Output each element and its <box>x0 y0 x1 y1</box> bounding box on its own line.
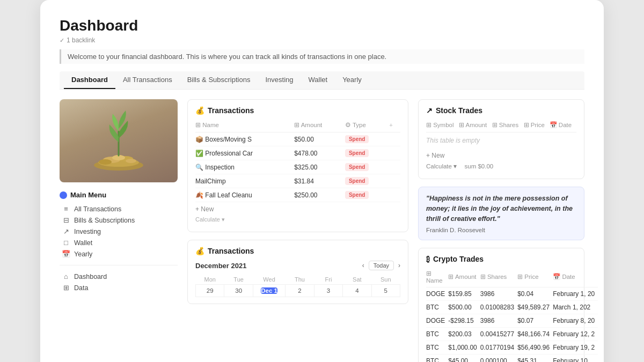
cal-day-sat: Sat <box>343 275 371 285</box>
crypto-shares: 0.01770194 <box>480 341 517 354</box>
nav-item-bills[interactable]: Bills & Subscriptions <box>180 71 258 89</box>
sidebar-item-investing[interactable]: ↗ Investing <box>60 226 178 237</box>
sidebar-item-yearly[interactable]: 📅 Yearly <box>60 248 178 260</box>
crypto-price: $0.04 <box>517 287 553 301</box>
cal-day-tue: Tue <box>224 275 253 285</box>
cal-cell[interactable]: 2 <box>286 285 314 297</box>
crypto-row: BTC $500.00 0.01008283 $49,589.27 March … <box>426 301 598 314</box>
nav-item-wallet[interactable]: Wallet <box>301 71 335 89</box>
crypto-date: February 8, 20 <box>553 314 598 328</box>
spend-badge: Spend <box>345 149 369 157</box>
sidebar-item-wallet[interactable]: □ Wallet <box>60 237 178 248</box>
crypto-shares: 0.01008283 <box>480 301 517 314</box>
crypto-shares: 3986 <box>480 314 517 328</box>
cal-today-button[interactable]: Today <box>369 261 394 270</box>
cal-day-sun: Sun <box>371 275 400 285</box>
cal-day-thu: Thu <box>286 275 314 285</box>
cal-week-row: 29 30 Dec 1 2 3 4 5 <box>196 285 400 297</box>
sidebar-item-bills[interactable]: ⊟ Bills & Subscriptions <box>60 215 178 226</box>
crypto-price: $49,589.27 <box>517 301 553 314</box>
crypto-amount: $1,000.00 <box>448 341 480 354</box>
calendar-title: 💰 Transactions <box>195 247 400 255</box>
data-icon: ⊞ <box>62 284 70 292</box>
transactions-icon: 💰 <box>195 106 204 115</box>
tx-amount: $325.00 <box>294 160 345 174</box>
nav-item-dashboard[interactable]: Dashboard <box>64 71 115 89</box>
crypto-table: ⊞ Name ⊞ Amount ⊞ Shares ⊞ Price 📅 Date … <box>426 269 598 362</box>
tx-type: Spend <box>345 188 389 202</box>
cal-cell[interactable]: 4 <box>343 285 371 297</box>
quote-text: "Happiness is not in the mere possession… <box>426 194 576 224</box>
right-column: ↗ Stock Trades ⊞ Symbol ⊞ Amount ⊞ Share… <box>418 99 584 362</box>
nav-item-all-transactions[interactable]: All Transactions <box>115 71 180 89</box>
cal-next-btn[interactable]: › <box>398 262 400 269</box>
stock-col-amount: ⊞ Amount <box>459 120 492 132</box>
crypto-trades-block: ₿ Crypto Trades ⊞ Name ⊞ Amount ⊞ Shares… <box>418 248 584 362</box>
sidebar-item-all-transactions[interactable]: ≡ All Transactions <box>60 203 178 215</box>
spend-badge: Spend <box>345 163 369 171</box>
nav-item-yearly[interactable]: Yearly <box>335 71 369 89</box>
middle-column: 💰 Transactions ⊞ Name ⊞ Amount ⚙ Type + <box>187 99 408 362</box>
backlink-label: 1 backlink <box>67 36 95 44</box>
sidebar-label-investing: Investing <box>74 228 101 235</box>
calendar-block: 💰 Transactions December 2021 ‹ Today › <box>187 240 408 304</box>
stock-col-symbol: ⊞ Symbol <box>426 120 459 132</box>
spend-badge: Spend <box>345 177 369 185</box>
crypto-shares: 0.00415277 <box>480 328 517 341</box>
table-row: 🔍 Inspection $325.00 Spend <box>195 160 400 174</box>
hero-image-bg <box>60 99 178 182</box>
menu-header-label: Main Menu <box>70 191 106 199</box>
cal-cell[interactable]: 29 <box>196 285 224 297</box>
transactions-title-label: Transactions <box>208 106 254 115</box>
cal-cell[interactable]: 30 <box>224 285 253 297</box>
menu-section: Main Menu ≡ All Transactions ⊟ Bills & S… <box>60 191 178 293</box>
crypto-price: $48,166.74 <box>517 328 553 341</box>
stock-sum-label: sum $0.00 <box>465 163 494 169</box>
cal-nav: ‹ Today › <box>362 261 400 270</box>
investing-icon: ↗ <box>62 227 70 235</box>
tx-amount: $478.00 <box>294 146 345 160</box>
transactions-calc[interactable]: Calculate ▾ <box>195 214 400 225</box>
sidebar-label-data: Data <box>74 284 88 292</box>
calendar-header: December 2021 ‹ Today › <box>195 261 400 270</box>
table-row: 📦 Boxes/Moving S $50.00 Spend <box>195 132 400 146</box>
crypto-name: BTC <box>426 354 448 362</box>
col-header-amount: ⊞ Amount <box>294 120 345 132</box>
page-title: Dashboard <box>60 17 584 34</box>
calc-label[interactable]: Calculate ▾ <box>195 216 225 223</box>
transactions-table: ⊞ Name ⊞ Amount ⚙ Type + 📦 Boxes/Moving … <box>195 120 400 202</box>
cal-prev-btn[interactable]: ‹ <box>362 262 364 269</box>
tx-amount: $31.84 <box>294 174 345 188</box>
backlink[interactable]: ✓ 1 backlink <box>60 36 584 44</box>
yearly-icon: 📅 <box>62 250 70 258</box>
plant-illustration <box>89 102 148 172</box>
tx-name: 🔍 Inspection <box>195 160 294 174</box>
cal-day-mon: Mon <box>196 275 224 285</box>
cal-cell[interactable]: 5 <box>371 285 400 297</box>
crypto-name: BTC <box>426 328 448 341</box>
quote-block: "Happiness is not in the mere possession… <box>418 187 584 240</box>
stock-calc-label[interactable]: Calculate ▾ <box>426 162 457 170</box>
wallet-icon: □ <box>62 239 70 247</box>
stock-add-row[interactable]: + New <box>426 149 576 160</box>
crypto-col-price: ⊞ Price <box>517 269 553 287</box>
stock-icon: ↗ <box>426 106 433 115</box>
cal-month-label: December 2021 <box>195 262 246 270</box>
stock-col-date: 📅 Date <box>550 120 576 132</box>
intro-text: Welcome to your financial dashboard. Thi… <box>60 49 584 64</box>
cal-cell[interactable]: 3 <box>314 285 342 297</box>
transactions-add-row[interactable]: + New <box>195 202 400 214</box>
col-header-add[interactable]: + <box>389 120 400 132</box>
tx-name: MailChimp <box>195 174 294 188</box>
tx-name: 🍂 Fall Leaf Cleanu <box>195 188 294 202</box>
nav-item-investing[interactable]: Investing <box>258 71 301 89</box>
cal-cell[interactable]: Dec 1 <box>253 285 285 297</box>
tx-type: Spend <box>345 146 389 160</box>
crypto-shares: 0.000100 <box>480 354 517 362</box>
sidebar-item-dashboard[interactable]: ⌂ Dashboard <box>60 271 178 282</box>
crypto-col-shares: ⊞ Shares <box>480 269 517 287</box>
sidebar-item-data[interactable]: ⊞ Data <box>60 282 178 293</box>
crypto-price: $56,490.96 <box>517 341 553 354</box>
crypto-name: BTC <box>426 301 448 314</box>
menu-divider <box>60 265 178 265</box>
